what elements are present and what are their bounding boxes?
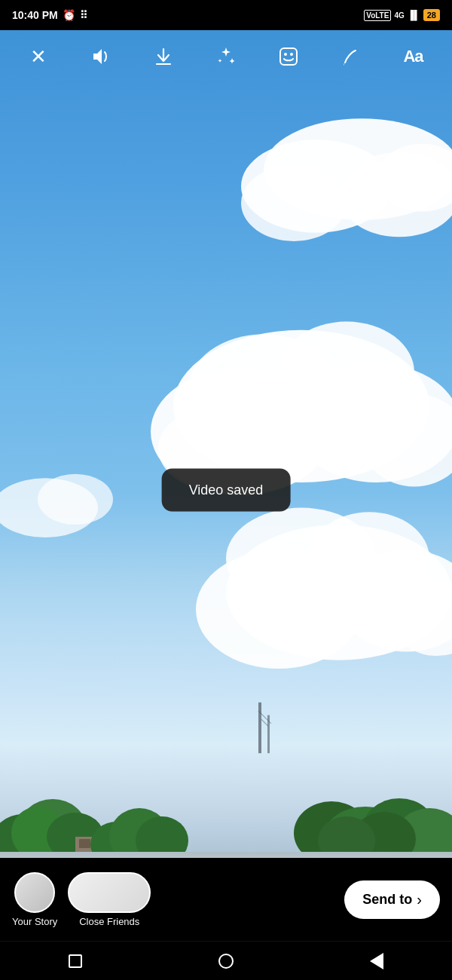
svg-point-43	[290, 53, 293, 56]
svg-point-19	[38, 474, 113, 525]
story-options: Your Story Close Friends	[12, 872, 344, 927]
signal-4g: 4G	[394, 11, 404, 20]
sky-background	[0, 0, 452, 897]
svg-line-23	[261, 719, 268, 726]
close-friends-avatar	[68, 872, 151, 913]
toast-message: Video saved	[189, 482, 264, 498]
signal-bars: ▐▌	[408, 10, 420, 20]
toast-notification: Video saved	[162, 469, 291, 512]
status-left: 10:40 PM ⏰ ⠿	[12, 9, 87, 21]
alarm-icon: ⏰	[63, 9, 75, 21]
square-icon	[69, 954, 82, 968]
text-button[interactable]: Aa	[396, 40, 429, 73]
bottom-bar: Your Story Close Friends Send to ›	[0, 858, 452, 941]
circle-icon	[218, 954, 234, 969]
volte-indicator: VoLTE	[364, 10, 391, 21]
svg-rect-20	[258, 703, 261, 753]
close-friends-label: Close Friends	[79, 916, 139, 927]
send-to-button[interactable]: Send to ›	[344, 880, 440, 919]
your-story-avatar	[14, 872, 55, 913]
close-button[interactable]: ✕	[22, 40, 55, 73]
send-to-label: Send to	[362, 892, 412, 908]
nav-bar	[0, 941, 452, 980]
your-story-label: Your Story	[12, 916, 57, 927]
svg-point-4	[241, 165, 347, 241]
triangle-icon	[370, 953, 383, 969]
close-friends-option[interactable]: Close Friends	[68, 872, 151, 927]
nav-circle-button[interactable]	[218, 954, 234, 969]
svg-point-42	[284, 53, 287, 56]
download-button[interactable]	[147, 40, 180, 73]
nav-back-button[interactable]	[370, 953, 383, 969]
effects-button[interactable]	[209, 40, 243, 73]
status-bar: 10:40 PM ⏰ ⠿ VoLTE 4G ▐▌ 28	[0, 0, 452, 30]
send-to-chevron-icon: ›	[417, 891, 422, 908]
status-right: VoLTE 4G ▐▌ 28	[364, 9, 440, 21]
draw-button[interactable]	[334, 40, 368, 73]
time-display: 10:40 PM	[12, 9, 58, 21]
svg-rect-29	[79, 839, 90, 848]
message-icon: ⠿	[80, 9, 87, 21]
battery-icon: 28	[423, 9, 440, 21]
nav-square-button[interactable]	[69, 954, 82, 968]
toolbar: ✕ Aa	[0, 30, 452, 83]
your-story-option[interactable]: Your Story	[12, 872, 57, 927]
volume-button[interactable]	[84, 40, 118, 73]
sticker-button[interactable]	[272, 40, 305, 73]
svg-rect-41	[280, 48, 297, 65]
